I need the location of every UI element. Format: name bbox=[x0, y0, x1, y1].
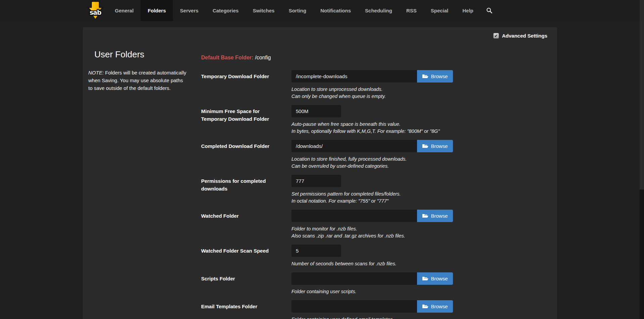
note-prefix: NOTE: bbox=[88, 70, 104, 75]
field-help-line: Also scans .zip .rar and .tar.gz archive… bbox=[291, 232, 453, 240]
field-row-temporary-download-folder: Temporary Download Folder Browse Locatio… bbox=[201, 70, 550, 100]
advanced-settings-checkbox[interactable] bbox=[493, 33, 499, 39]
field-help-line: Location to store unprocessed downloads. bbox=[291, 86, 453, 93]
field-help-line: Number of seconds between scans for .nzb… bbox=[291, 260, 397, 267]
field-row-email-templates-folder: Email Templates Folder Browse Folder con… bbox=[201, 300, 550, 319]
input-group: Browse bbox=[291, 105, 440, 117]
field-help: Location to store finished, fully proces… bbox=[291, 156, 453, 170]
browse-button[interactable]: Browse bbox=[417, 140, 453, 152]
field-help-line: Set permissions pattern for completed fi… bbox=[291, 191, 401, 198]
temporary-download-folder-input[interactable] bbox=[291, 70, 417, 83]
nav-item-rss: RSS bbox=[399, 0, 424, 21]
field-label: Watched Folder Scan Speed bbox=[201, 245, 291, 267]
nav-link[interactable]: Notifications bbox=[313, 0, 358, 21]
scripts-folder-input[interactable] bbox=[291, 272, 417, 285]
field-row-scripts-folder: Scripts Folder Browse Folder containing … bbox=[201, 272, 550, 295]
nav-item-servers: Servers bbox=[173, 0, 205, 21]
field-help: Location to store unprocessed downloads.… bbox=[291, 86, 453, 100]
watched-folder-scan-speed-input[interactable] bbox=[291, 245, 341, 257]
browse-button[interactable]: Browse bbox=[417, 210, 453, 222]
settings-panel: Advanced Settings User Folders NOTE: Fol… bbox=[83, 27, 557, 319]
scrollbar bbox=[640, 0, 644, 319]
nav-item-categories: Categories bbox=[205, 0, 246, 21]
folder-open-icon bbox=[422, 213, 428, 218]
top-navbar: sab General Folders Servers Categories S… bbox=[0, 0, 644, 21]
input-group: Browse bbox=[291, 300, 453, 313]
scrollbar-thumb[interactable] bbox=[640, 0, 644, 190]
field-control: Browse Folder containing user-defined em… bbox=[291, 300, 453, 319]
field-control: Browse Auto-pause when free space is ben… bbox=[291, 105, 440, 135]
folder-open-icon bbox=[422, 144, 428, 149]
field-help-line: Can be overruled by user-defined categor… bbox=[291, 163, 453, 170]
field-control: Browse Location to store finished, fully… bbox=[291, 140, 453, 170]
nav-item-general: General bbox=[108, 0, 141, 21]
field-label: Temporary Download Folder bbox=[201, 70, 291, 100]
nav-link[interactable]: Servers bbox=[173, 0, 205, 21]
permissions-for-completed-downloads-input[interactable] bbox=[291, 175, 341, 187]
browse-button-label: Browse bbox=[431, 304, 448, 309]
minimum-free-space-for-temporary-download-folder-input[interactable] bbox=[291, 105, 341, 117]
page: { "navbar": { "logo": "sab", "items": [ … bbox=[0, 0, 644, 319]
email-templates-folder-input[interactable] bbox=[291, 300, 417, 313]
field-help-line: Can only be changed when queue is empty. bbox=[291, 93, 453, 100]
nav-list: General Folders Servers Categories Switc… bbox=[108, 0, 480, 21]
input-group: Browse bbox=[291, 140, 453, 152]
sabnzbd-logo[interactable]: sab bbox=[86, 0, 105, 21]
field-control: Browse Location to store unprocessed dow… bbox=[291, 70, 453, 100]
field-label: Watched Folder bbox=[201, 210, 291, 240]
field-help-line: In octal notation. For example: "755" or… bbox=[291, 198, 401, 205]
field-help: Folder to monitor for .nzb files.Also sc… bbox=[291, 225, 453, 240]
browse-button-label: Browse bbox=[431, 276, 448, 281]
input-group: Browse bbox=[291, 175, 401, 187]
field-label: Completed Download Folder bbox=[201, 140, 291, 170]
field-help: Auto-pause when free space is beneath th… bbox=[291, 121, 440, 135]
browse-button-label: Browse bbox=[431, 73, 448, 79]
browse-button[interactable]: Browse bbox=[417, 272, 453, 285]
nav-link[interactable]: Sorting bbox=[282, 0, 314, 21]
fields-container: Temporary Download Folder Browse Locatio… bbox=[201, 70, 550, 319]
field-label: Scripts Folder bbox=[201, 272, 291, 295]
nav-link[interactable]: Scheduling bbox=[358, 0, 399, 21]
note-paragraph: NOTE: Folders will be created automatica… bbox=[88, 69, 186, 92]
field-help-line: Folder containing user scripts. bbox=[291, 288, 453, 295]
field-help: Folder containing user-defined email tem… bbox=[291, 316, 453, 319]
field-help: Set permissions pattern for completed fi… bbox=[291, 191, 401, 205]
nav-item-switches: Switches bbox=[246, 0, 282, 21]
field-help: Number of seconds between scans for .nzb… bbox=[291, 260, 397, 267]
advanced-settings-label: Advanced Settings bbox=[502, 33, 547, 39]
svg-text:sab: sab bbox=[90, 9, 101, 16]
nav-item-sorting: Sorting bbox=[282, 0, 314, 21]
field-control: Browse Set permissions pattern for compl… bbox=[291, 175, 401, 205]
sab-down-arrow-icon: sab bbox=[87, 1, 104, 21]
search-icon[interactable] bbox=[480, 0, 498, 21]
input-group: Browse bbox=[291, 245, 397, 257]
field-control: Browse Number of seconds between scans f… bbox=[291, 245, 397, 267]
completed-download-folder-input[interactable] bbox=[291, 140, 417, 152]
nav-link[interactable]: Special bbox=[424, 0, 456, 21]
nav-item-scheduling: Scheduling bbox=[358, 0, 399, 21]
field-help-line: Location to store finished, fully proces… bbox=[291, 156, 453, 163]
default-base-folder-value: /config bbox=[255, 55, 271, 60]
browse-button[interactable]: Browse bbox=[417, 300, 453, 313]
nav-item-special: Special bbox=[424, 0, 456, 21]
nav-link[interactable]: Folders bbox=[141, 0, 173, 21]
nav-link[interactable]: Switches bbox=[246, 0, 282, 21]
input-group: Browse bbox=[291, 272, 453, 285]
field-control: Browse Folder containing user scripts. bbox=[291, 272, 453, 295]
nav-link[interactable]: General bbox=[108, 0, 141, 21]
input-group: Browse bbox=[291, 210, 453, 222]
field-row-watched-folder: Watched Folder Browse Folder to monitor … bbox=[201, 210, 550, 240]
field-help: Folder containing user scripts. bbox=[291, 288, 453, 295]
nav-link[interactable]: Categories bbox=[205, 0, 246, 21]
field-label: Minimum Free Space for Temporary Downloa… bbox=[201, 105, 291, 135]
field-help-line: Folder containing user-defined email tem… bbox=[291, 316, 453, 319]
field-row-permissions-for-completed-downloads: Permissions for completed downloads Brow… bbox=[201, 175, 550, 205]
folder-open-icon bbox=[422, 74, 428, 79]
page-title: User Folders bbox=[94, 49, 186, 60]
nav-link[interactable]: Help bbox=[455, 0, 480, 21]
browse-button-label: Browse bbox=[431, 213, 448, 219]
nav-link[interactable]: RSS bbox=[399, 0, 424, 21]
browse-button[interactable]: Browse bbox=[417, 70, 453, 83]
watched-folder-input[interactable] bbox=[291, 210, 417, 222]
field-help-line: Auto-pause when free space is beneath th… bbox=[291, 121, 440, 128]
